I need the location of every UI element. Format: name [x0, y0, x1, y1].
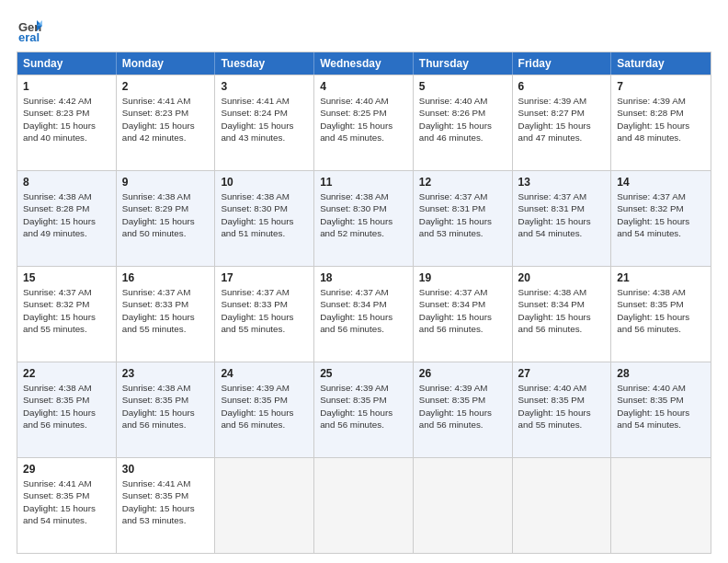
day-number: 21: [617, 270, 705, 285]
day-number: 1: [23, 79, 110, 94]
calendar-day-10: 10Sunrise: 4:38 AMSunset: 8:30 PMDayligh…: [215, 171, 314, 266]
calendar-day-25: 25Sunrise: 4:39 AMSunset: 8:35 PMDayligh…: [314, 362, 414, 457]
calendar-day-28: 28Sunrise: 4:40 AMSunset: 8:35 PMDayligh…: [611, 362, 711, 457]
day-number: 4: [320, 79, 407, 94]
day-number: 11: [320, 175, 407, 190]
calendar-day-24: 24Sunrise: 4:39 AMSunset: 8:35 PMDayligh…: [215, 362, 314, 457]
svg-text:eral: eral: [18, 30, 40, 42]
day-number: 17: [221, 270, 308, 285]
day-number: 9: [122, 175, 210, 190]
day-number: 24: [221, 366, 308, 381]
calendar-day-23: 23Sunrise: 4:38 AMSunset: 8:35 PMDayligh…: [117, 362, 216, 457]
day-number: 20: [518, 270, 606, 285]
page: Gen eral SundayMondayTuesdayWednesdayThu…: [0, 0, 728, 563]
calendar-day-27: 27Sunrise: 4:40 AMSunset: 8:35 PMDayligh…: [513, 362, 612, 457]
logo: Gen eral: [17, 17, 46, 42]
calendar-day-13: 13Sunrise: 4:37 AMSunset: 8:31 PMDayligh…: [513, 171, 612, 266]
day-number: 8: [23, 175, 110, 190]
day-number: 26: [419, 366, 506, 381]
calendar-day-26: 26Sunrise: 4:39 AMSunset: 8:35 PMDayligh…: [414, 362, 513, 457]
weekday-header-monday: Monday: [117, 52, 216, 75]
day-number: 30: [122, 462, 210, 477]
calendar-day-11: 11Sunrise: 4:38 AMSunset: 8:30 PMDayligh…: [314, 171, 414, 266]
calendar-day-14: 14Sunrise: 4:37 AMSunset: 8:32 PMDayligh…: [611, 171, 711, 266]
calendar-day-15: 15Sunrise: 4:37 AMSunset: 8:32 PMDayligh…: [17, 267, 117, 362]
calendar-empty-cell: [513, 458, 612, 553]
calendar-day-18: 18Sunrise: 4:37 AMSunset: 8:34 PMDayligh…: [314, 267, 414, 362]
calendar-day-9: 9Sunrise: 4:38 AMSunset: 8:29 PMDaylight…: [117, 171, 216, 266]
weekday-header-thursday: Thursday: [414, 52, 513, 75]
calendar-day-16: 16Sunrise: 4:37 AMSunset: 8:33 PMDayligh…: [117, 267, 216, 362]
calendar-day-4: 4Sunrise: 4:40 AMSunset: 8:25 PMDaylight…: [314, 75, 414, 170]
calendar-day-19: 19Sunrise: 4:37 AMSunset: 8:34 PMDayligh…: [414, 267, 513, 362]
calendar-day-1: 1Sunrise: 4:42 AMSunset: 8:23 PMDaylight…: [17, 75, 117, 170]
weekday-header-sunday: Sunday: [17, 52, 117, 75]
calendar-day-5: 5Sunrise: 4:40 AMSunset: 8:26 PMDaylight…: [414, 75, 513, 170]
weekday-header-friday: Friday: [513, 52, 612, 75]
day-number: 15: [23, 270, 110, 285]
day-number: 13: [518, 175, 606, 190]
day-number: 22: [23, 366, 110, 381]
weekday-header-saturday: Saturday: [611, 52, 711, 75]
day-number: 28: [617, 366, 705, 381]
weekday-header-wednesday: Wednesday: [314, 52, 414, 75]
calendar-row-1: 1Sunrise: 4:42 AMSunset: 8:23 PMDaylight…: [17, 75, 711, 170]
calendar-header: SundayMondayTuesdayWednesdayThursdayFrid…: [17, 52, 711, 75]
calendar: SundayMondayTuesdayWednesdayThursdayFrid…: [17, 52, 711, 554]
calendar-row-3: 15Sunrise: 4:37 AMSunset: 8:32 PMDayligh…: [17, 266, 711, 362]
day-number: 19: [419, 270, 506, 285]
day-number: 18: [320, 270, 407, 285]
calendar-day-21: 21Sunrise: 4:38 AMSunset: 8:35 PMDayligh…: [611, 267, 711, 362]
weekday-header-tuesday: Tuesday: [215, 52, 314, 75]
calendar-row-4: 22Sunrise: 4:38 AMSunset: 8:35 PMDayligh…: [17, 362, 711, 457]
calendar-day-2: 2Sunrise: 4:41 AMSunset: 8:23 PMDaylight…: [117, 75, 216, 170]
day-number: 6: [518, 79, 606, 94]
day-number: 27: [518, 366, 606, 381]
calendar-day-20: 20Sunrise: 4:38 AMSunset: 8:34 PMDayligh…: [513, 267, 612, 362]
day-number: 2: [122, 79, 210, 94]
calendar-row-5: 29Sunrise: 4:41 AMSunset: 8:35 PMDayligh…: [17, 457, 711, 553]
day-number: 23: [122, 366, 210, 381]
day-number: 16: [122, 270, 210, 285]
day-number: 12: [419, 175, 506, 190]
day-number: 25: [320, 366, 407, 381]
day-number: 3: [221, 79, 308, 94]
calendar-day-29: 29Sunrise: 4:41 AMSunset: 8:35 PMDayligh…: [17, 458, 117, 553]
calendar-empty-cell: [414, 458, 513, 553]
header: Gen eral: [17, 17, 711, 42]
calendar-day-7: 7Sunrise: 4:39 AMSunset: 8:28 PMDaylight…: [611, 75, 711, 170]
logo-icon: Gen eral: [17, 17, 42, 42]
calendar-day-8: 8Sunrise: 4:38 AMSunset: 8:28 PMDaylight…: [17, 171, 117, 266]
day-number: 14: [617, 175, 705, 190]
calendar-empty-cell: [611, 458, 711, 553]
calendar-empty-cell: [215, 458, 314, 553]
calendar-row-2: 8Sunrise: 4:38 AMSunset: 8:28 PMDaylight…: [17, 170, 711, 266]
day-number: 29: [23, 462, 110, 477]
calendar-empty-cell: [314, 458, 414, 553]
calendar-day-22: 22Sunrise: 4:38 AMSunset: 8:35 PMDayligh…: [17, 362, 117, 457]
calendar-body: 1Sunrise: 4:42 AMSunset: 8:23 PMDaylight…: [17, 75, 711, 553]
calendar-day-17: 17Sunrise: 4:37 AMSunset: 8:33 PMDayligh…: [215, 267, 314, 362]
calendar-day-6: 6Sunrise: 4:39 AMSunset: 8:27 PMDaylight…: [513, 75, 612, 170]
day-number: 7: [617, 79, 705, 94]
calendar-day-3: 3Sunrise: 4:41 AMSunset: 8:24 PMDaylight…: [215, 75, 314, 170]
calendar-day-12: 12Sunrise: 4:37 AMSunset: 8:31 PMDayligh…: [414, 171, 513, 266]
day-number: 5: [419, 79, 506, 94]
calendar-day-30: 30Sunrise: 4:41 AMSunset: 8:35 PMDayligh…: [117, 458, 216, 553]
day-number: 10: [221, 175, 308, 190]
